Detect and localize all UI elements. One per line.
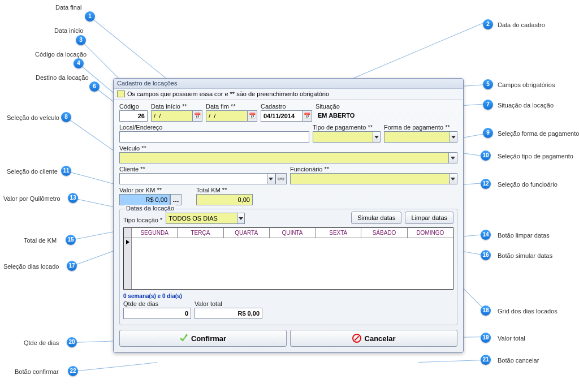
situacao-value: EM ABERTO — [316, 110, 457, 122]
valor-km-lookup-button[interactable]: ... — [170, 194, 182, 205]
annot-bubble-6: 6 — [89, 81, 100, 92]
local-input[interactable] — [119, 131, 309, 143]
confirmar-label: Confirmar — [191, 334, 226, 343]
annot-label-21: Botão cancelar — [498, 357, 539, 364]
tipo-locacao-label: Tipo locação * — [123, 217, 162, 223]
annot-label-22: Botão confirmar — [15, 368, 59, 375]
annot-bubble-17: 17 — [67, 261, 77, 271]
datas-locacao-fieldset: Datas da locação Tipo locação * Simular … — [119, 209, 457, 325]
grid-row-handle[interactable] — [124, 238, 132, 289]
annot-bubble-13: 13 — [68, 193, 78, 203]
grid-corner — [124, 228, 132, 238]
required-notice: Os campos que possuem essa cor e ** são … — [114, 89, 463, 100]
annot-label-3: Data inicio — [54, 27, 83, 34]
annot-label-20: Qtde de dias — [24, 339, 59, 346]
forma-pagamento-select[interactable] — [384, 131, 450, 143]
valor-km-input[interactable] — [119, 194, 170, 205]
tipo-pagamento-label: Tipo de pagamento ** — [313, 124, 381, 131]
annot-label-13: Valor por Quilômetro — [3, 195, 61, 202]
annot-bubble-12: 12 — [481, 179, 491, 189]
annot-label-17: Seleção dias locado — [3, 263, 59, 270]
valor-km-label: Valor por KM ** — [119, 187, 182, 193]
annot-label-1: Data final — [55, 4, 81, 11]
cadastro-calendar-icon[interactable]: 📅 — [302, 110, 312, 122]
forma-pagamento-label: Forma de pagamento ** — [384, 124, 457, 131]
funcionario-select[interactable] — [290, 173, 450, 184]
window-title: Cadastro de locações — [114, 79, 463, 89]
annot-label-2: Data do cadastro — [498, 21, 545, 28]
data-fim-label: Data fim ** — [206, 103, 257, 110]
forma-pagamento-drop-icon[interactable] — [450, 131, 457, 143]
tipo-pagamento-select[interactable] — [313, 131, 373, 143]
annot-bubble-22: 22 — [68, 366, 78, 376]
day-header-quarta: QUARTA — [224, 228, 270, 238]
data-inicio-input[interactable] — [151, 110, 193, 122]
veiculo-drop-icon[interactable] — [448, 152, 457, 163]
datas-locacao-legend: Datas da locação — [124, 205, 176, 212]
annot-label-12: Seleção do funcioário — [498, 181, 558, 188]
cadastro-input[interactable] — [261, 110, 303, 122]
annot-bubble-14: 14 — [481, 230, 491, 240]
cliente-select[interactable] — [119, 173, 267, 184]
cancelar-button[interactable]: Cancelar — [290, 330, 457, 347]
veiculo-select[interactable] — [119, 152, 449, 163]
annot-label-18: Grid dos dias locados — [498, 308, 558, 315]
annot-label-11: Seleção do cliente — [7, 168, 58, 175]
day-header-segunda: SEGUNDA — [132, 228, 178, 238]
limpar-datas-button[interactable]: Limpar datas — [405, 212, 453, 224]
total-km-label: Total KM ** — [196, 187, 253, 193]
annot-bubble-15: 15 — [66, 235, 76, 245]
tipo-locacao-drop-icon[interactable] — [237, 213, 245, 224]
funcionario-drop-icon[interactable] — [449, 173, 457, 184]
cadastro-label: Cadastro — [261, 103, 312, 110]
annot-bubble-2: 2 — [483, 19, 493, 29]
annot-label-14: Botão limpar datas — [498, 232, 550, 239]
annot-bubble-10: 10 — [481, 150, 491, 161]
annot-bubble-5: 5 — [483, 79, 493, 89]
valor-total-label: Valor total — [195, 300, 262, 307]
day-header-terca: TERÇA — [178, 228, 223, 238]
check-icon — [180, 334, 188, 343]
total-km-input[interactable] — [196, 194, 253, 205]
annot-label-4: Código da locação — [35, 51, 87, 58]
annot-label-10: Seleção tipo de pagamento — [498, 153, 573, 160]
qtde-dias-input[interactable] — [123, 308, 191, 319]
annot-label-15: Total de KM — [24, 237, 57, 244]
annot-bubble-3: 3 — [76, 35, 86, 45]
annot-label-9: Seleção forma de pagamento — [498, 130, 579, 137]
cliente-drop-icon[interactable] — [267, 173, 275, 184]
annot-bubble-16: 16 — [481, 250, 491, 260]
annot-bubble-8: 8 — [61, 112, 71, 122]
cliente-label: Cliente ** — [119, 166, 287, 173]
confirmar-button[interactable]: Confirmar — [119, 330, 287, 347]
codigo-label: Código — [119, 103, 148, 110]
situacao-label: Situação — [316, 103, 457, 110]
data-inicio-label: Data início ** — [151, 103, 202, 110]
day-header-quinta: QUINTA — [270, 228, 316, 238]
annot-label-7: Situação da locação — [498, 102, 554, 109]
tipo-pagamento-drop-icon[interactable] — [373, 131, 381, 143]
annot-bubble-4: 4 — [74, 58, 84, 68]
annot-label-19: Valor total — [498, 335, 525, 342]
days-grid[interactable]: SEGUNDA TERÇA QUARTA QUINTA SEXTA SÁBADO… — [123, 227, 453, 290]
data-inicio-calendar-icon[interactable]: 📅 — [192, 110, 202, 122]
qtde-dias-label: Qtde de dias — [123, 300, 191, 307]
data-fim-input[interactable] — [206, 110, 248, 122]
cliente-search-icon[interactable]: 👓 — [275, 173, 287, 184]
valor-total-input[interactable] — [195, 308, 262, 319]
local-label: Local/Endereço — [119, 124, 309, 131]
annot-bubble-7: 7 — [483, 100, 493, 110]
annot-bubble-19: 19 — [481, 333, 491, 343]
simular-datas-button[interactable]: Simular datas — [351, 212, 401, 224]
cancel-icon — [352, 334, 361, 343]
cancelar-label: Cancelar — [365, 334, 396, 343]
codigo-input[interactable] — [119, 110, 148, 122]
annot-bubble-18: 18 — [481, 305, 491, 316]
day-header-sexta: SEXTA — [316, 228, 361, 238]
annot-bubble-11: 11 — [61, 166, 71, 176]
data-fim-calendar-icon[interactable]: 📅 — [247, 110, 257, 122]
required-color-swatch — [117, 91, 125, 97]
tipo-locacao-select[interactable] — [166, 213, 237, 224]
annot-bubble-21: 21 — [481, 355, 491, 365]
annot-bubble-20: 20 — [67, 337, 77, 347]
